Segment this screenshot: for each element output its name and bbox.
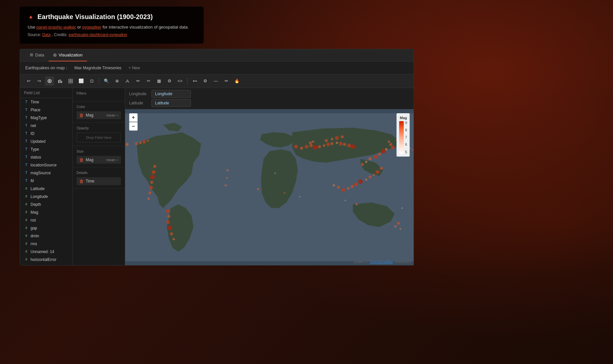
size-chip-agg: mean ÷ — [106, 158, 118, 162]
field-item[interactable]: Tstatus⋮ — [20, 153, 72, 161]
field-item[interactable]: TType⋮ — [20, 145, 72, 153]
svg-point-53 — [166, 209, 170, 213]
field-name-label: net — [31, 123, 36, 128]
toolbar-chart-type-3[interactable] — [66, 76, 75, 86]
svg-point-65 — [309, 144, 312, 147]
field-name-label: Latitude — [31, 186, 45, 191]
viz-tab-icon: ◎ — [53, 53, 57, 57]
toolbar-table[interactable]: ⊡ — [87, 76, 96, 86]
field-item[interactable]: #Latitude⋮ — [20, 185, 72, 193]
zoom-out-button[interactable]: − — [129, 122, 138, 131]
field-item[interactable]: TlocationSource⋮ — [20, 161, 72, 169]
field-item[interactable]: TTime⋮ — [20, 98, 72, 106]
toolbar-brush[interactable]: — — [211, 76, 220, 86]
svg-point-75 — [351, 144, 355, 149]
longitude-field[interactable]: Longitude — [151, 90, 191, 98]
tab-data[interactable]: ⊞ Data — [25, 49, 49, 61]
toolbar-copy[interactable]: ⬜ — [77, 76, 86, 86]
field-item[interactable]: #nst⋮ — [20, 216, 72, 224]
svg-point-69 — [326, 142, 330, 146]
field-item[interactable]: Tnet⋮ — [20, 122, 72, 130]
legend-labels: 98765 — [405, 121, 407, 154]
field-item[interactable]: #Mag⋮ — [20, 208, 72, 216]
toolbar-edit[interactable]: ✏ — [222, 76, 231, 86]
details-chip-delete[interactable]: 🗑 — [79, 179, 84, 183]
toolbar-zoom-in[interactable]: 🔍 — [102, 76, 111, 86]
field-item[interactable]: TMagType⋮ — [20, 114, 72, 122]
details-chip[interactable]: 🗑 Time — [77, 177, 121, 185]
data-link[interactable]: Data — [42, 32, 51, 37]
chart-label: Earthquakes on map : — [25, 65, 67, 70]
field-item[interactable]: TM⋮ — [20, 177, 72, 185]
toolbar-settings-1[interactable]: ⚙ — [165, 76, 174, 86]
toolbar-fire[interactable]: 🔥 — [232, 76, 241, 86]
field-type-icon: # — [24, 258, 29, 261]
svg-point-43 — [142, 140, 146, 144]
toolbar-grid[interactable]: ▦ — [154, 76, 164, 86]
toolbar-chart-type-1[interactable] — [45, 76, 54, 86]
field-item[interactable]: #depthError⋮ — [20, 264, 72, 265]
field-item[interactable]: #Longitude⋮ — [20, 193, 72, 201]
svg-rect-4 — [61, 81, 62, 83]
latitude-field[interactable]: Latitude — [151, 99, 191, 107]
toolbar-pen[interactable]: ✏ — [133, 76, 143, 86]
subtab-new[interactable]: + New — [129, 66, 140, 70]
size-chip-delete[interactable]: 🗑 — [79, 158, 84, 162]
panel-graphic-walker-link[interactable]: panel-graphic-walker — [36, 25, 76, 30]
field-type-icon: T — [24, 171, 29, 175]
svg-point-42 — [139, 141, 142, 144]
pygwalker-link[interactable]: pygwalker — [82, 25, 102, 30]
toolbar-scissors[interactable]: ✂ — [144, 76, 153, 86]
color-chip[interactable]: 🗑 Mag mean ÷ — [77, 111, 121, 119]
field-item[interactable]: TmagSource⋮ — [20, 169, 72, 177]
svg-point-70 — [330, 142, 333, 145]
svg-rect-5 — [69, 79, 70, 81]
field-name-label: Mag — [31, 210, 38, 215]
toolbar-code[interactable]: <> — [175, 76, 185, 86]
field-item[interactable]: #Unnamed: 14⋮ — [20, 248, 72, 256]
map-container[interactable]: + − Mag 98765 Leaflet | © — [125, 109, 414, 265]
field-type-icon: T — [24, 116, 29, 119]
toolbar-mode-2[interactable] — [123, 76, 132, 86]
size-chip[interactable]: 🗑 Mag mean ÷ — [77, 156, 121, 164]
toolbar-chart-type-2[interactable] — [56, 76, 65, 86]
field-type-icon: # — [24, 218, 29, 222]
legend-value: 7 — [405, 136, 407, 139]
field-item[interactable]: TID⋮ — [20, 130, 72, 138]
field-name-label: status — [31, 155, 41, 160]
toolbar-link[interactable]: ⊷ — [190, 76, 199, 86]
toolbar-redo[interactable]: ↪ — [34, 76, 44, 86]
subtab-timeseries[interactable]: Max Magnitude Timeseries — [71, 64, 125, 72]
toolbar-undo[interactable]: ↩ — [24, 76, 33, 86]
zoom-in-button[interactable]: + — [129, 113, 138, 122]
svg-point-25 — [412, 149, 414, 150]
field-item[interactable]: #Depth⋮ — [20, 201, 72, 208]
tab-visualization[interactable]: ◎ Visualization — [49, 49, 87, 61]
svg-point-10 — [389, 143, 392, 146]
field-type-icon: T — [24, 100, 29, 104]
field-item[interactable]: #rms⋮ — [20, 240, 72, 248]
field-item[interactable]: #horizontalError⋮ — [20, 256, 72, 264]
field-item[interactable]: TPlace⋮ — [20, 106, 72, 114]
toolbar-settings-2[interactable]: ⚙ — [201, 76, 210, 86]
field-list-header: Field List — [20, 88, 72, 98]
toolbar-mode-1[interactable]: ⊕ — [112, 76, 122, 86]
field-name-label: nst — [31, 218, 36, 223]
field-item[interactable]: #dmin⋮ — [20, 232, 72, 240]
field-type-icon: T — [24, 163, 29, 167]
credits-link[interactable]: earthquake-dashboard-pygwalker — [69, 32, 127, 37]
svg-point-73 — [343, 143, 346, 146]
map-controls: + − — [129, 113, 138, 131]
svg-point-27 — [375, 170, 379, 174]
svg-point-32 — [354, 182, 358, 186]
field-item[interactable]: TUpdated⋮ — [20, 138, 72, 145]
color-chip-delete[interactable]: 🗑 — [79, 113, 84, 118]
legend-value: 5 — [405, 150, 407, 154]
legend-bar — [399, 121, 404, 154]
openstreetmap-link[interactable]: OpenStreetMap — [370, 260, 393, 264]
opacity-drop-zone[interactable]: Drop Field Here — [77, 133, 121, 142]
svg-point-86 — [401, 207, 403, 209]
svg-point-79 — [341, 135, 344, 138]
field-list-scroll[interactable]: TTime⋮TPlace⋮TMagType⋮Tnet⋮TID⋮TUpdated⋮… — [20, 98, 72, 265]
field-item[interactable]: #gap⋮ — [20, 224, 72, 232]
